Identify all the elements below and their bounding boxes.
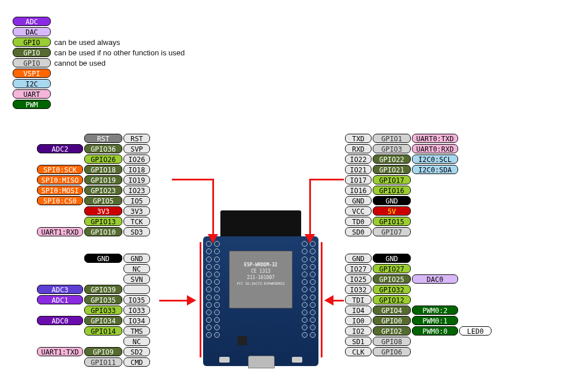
- pin-tag: IO32: [345, 285, 372, 294]
- legend-tag-2: GPIO: [13, 37, 51, 47]
- fn-tag: SPI0:SCK: [37, 165, 83, 174]
- pin-tag: IO34: [123, 316, 150, 325]
- fn-tag: SPI0:MISO: [37, 175, 83, 184]
- pin-tag: GND: [123, 254, 150, 263]
- gpio-tag: GND: [373, 196, 411, 205]
- fn-tag: ADC3: [37, 285, 83, 294]
- pin-tag: NC: [123, 264, 150, 273]
- pin-tag: SVP: [123, 144, 150, 153]
- gpio-tag: GPIO9: [84, 347, 122, 356]
- pin-tag: IO0: [345, 316, 372, 325]
- gpio-tag: GPIO5: [84, 196, 122, 205]
- arrow-bl-head: [187, 295, 196, 306]
- gpio-tag: GPIO22: [373, 154, 411, 164]
- arrow-br-head: [324, 295, 333, 306]
- arrow-tr-head: [305, 234, 315, 243]
- fn-tag: PWM0:1: [412, 316, 458, 325]
- gpio-tag: GPIO15: [373, 217, 411, 226]
- arrow-tr-stem-v: [309, 179, 311, 235]
- pin-tag: TCK: [123, 217, 150, 226]
- gpio-tag: 3V3: [84, 206, 122, 216]
- gpio-tag: GPIO4: [373, 306, 411, 315]
- gpio-tag: GPIO7: [373, 227, 411, 236]
- arrow-br-stem: [332, 300, 344, 301]
- arrow-tr-stem-h: [309, 179, 344, 180]
- pin-holes-r2: [301, 239, 308, 340]
- pin-tag: NC: [123, 337, 150, 346]
- pin-tag: GND: [345, 254, 372, 263]
- gpio-tag: 5V: [373, 206, 411, 216]
- legend-note-3: can be used if no other function is used: [54, 48, 185, 57]
- pin-tag: IO5: [123, 196, 150, 205]
- arrow-tl-stem-v: [212, 179, 214, 235]
- pin-column-top-right: TXDGPIO1UART0:TXDRXDGPIO3UART0:RXDIO22GP…: [345, 134, 459, 238]
- pin-tag: IO18: [123, 165, 150, 174]
- pin-tag: IO21: [345, 165, 372, 174]
- pin-column-bottom-left: GNDGNDNCSVNADC3GPIO39ADC1GPIO35IO35GPIO3…: [36, 254, 150, 368]
- chip-line-3: 211-161007: [230, 274, 292, 281]
- pin-tag: IO17: [345, 175, 372, 184]
- pin-tag: IO16: [345, 186, 372, 195]
- pin-tag: SVN: [123, 274, 150, 284]
- gpio-tag: GPIO35: [84, 295, 122, 304]
- fn2-tag: LED0: [459, 326, 492, 336]
- legend-tag-8: PWM: [13, 100, 51, 109]
- gpio-tag: GPIO18: [84, 165, 122, 174]
- gpio-tag: GPIO21: [373, 165, 411, 174]
- gpio-tag: GPIO34: [84, 316, 122, 325]
- legend-note-2: can be used always: [54, 38, 120, 47]
- pin-tag: SD1: [345, 337, 372, 346]
- chip-line-4: FCC ID:2AC7Z-ESPWROOM32: [230, 281, 292, 286]
- pin-tag: RXD: [345, 144, 372, 153]
- gpio-tag: GPIO0: [373, 316, 411, 325]
- chip-line-1: ESP-WROOM-32: [230, 262, 292, 268]
- pin-tag: [123, 285, 150, 294]
- fn-tag: ADC0: [37, 316, 83, 325]
- pin-tag: SD0: [345, 227, 372, 236]
- pin-holes-l1: [205, 239, 212, 340]
- legend-note-4: cannot be used: [54, 59, 106, 67]
- legend-tag-7: UART: [13, 89, 51, 99]
- smd-ic: [238, 336, 247, 345]
- fn-tag: UART0:RXD: [412, 144, 458, 153]
- board-illustration: ESP-WROOM-32 CE 1313 211-161007 FCC ID:2…: [203, 236, 318, 366]
- gpio-tag: GPIO17: [373, 175, 411, 184]
- pin-tag: IO23: [123, 186, 150, 195]
- gpio-tag: GPIO39: [84, 285, 122, 294]
- pin-tag: CMD: [123, 357, 150, 367]
- pin-tag: CLK: [345, 347, 372, 356]
- chip-line-2: CE 1313: [230, 268, 292, 274]
- gpio-tag: GND: [84, 254, 122, 263]
- pin-tag: IO19: [123, 175, 150, 184]
- legend-tag-1: DAC: [13, 27, 51, 36]
- gpio-tag: GPIO23: [84, 186, 122, 195]
- fn-tag: UART0:TXD: [412, 134, 458, 143]
- pin-column-bottom-right: GNDGNDIO27GPIO27IO25GPIO25DAC0IO32GPIO32…: [345, 254, 493, 357]
- pin-holes-l2: [213, 239, 220, 340]
- gpio-tag: GPIO26: [84, 154, 122, 164]
- button-right: [292, 357, 302, 363]
- fn-tag: PWM0:0: [412, 326, 458, 336]
- gpio-tag: GPIO10: [84, 227, 122, 236]
- gpio-tag: GPIO27: [373, 264, 411, 273]
- gpio-tag: GPIO36: [84, 144, 122, 153]
- pin-tag: IO35: [123, 295, 150, 304]
- fn-tag: ADC1: [37, 295, 83, 304]
- pin-tag: IO33: [123, 306, 150, 315]
- pin-tag: IO4: [345, 306, 372, 315]
- pin-tag: VCC: [345, 206, 372, 216]
- gpio-tag: GPIO3: [373, 144, 411, 153]
- fn-tag: I2C0:SDA: [412, 165, 458, 174]
- gpio-tag: GPIO14: [84, 326, 122, 336]
- fn-tag: UART1:TXD: [37, 347, 83, 356]
- pin-tag: RST: [123, 134, 150, 143]
- pin-tag: TD0: [345, 217, 372, 226]
- legend: ADCDACGPIOcan be used alwaysGPIOcan be u…: [13, 16, 185, 110]
- arrow-bl-stem: [159, 300, 188, 301]
- antenna: [220, 210, 301, 236]
- gpio-tag: RST: [84, 134, 122, 143]
- fn-tag: UART1:RXD: [37, 227, 83, 236]
- gpio-tag: GPIO8: [373, 337, 411, 346]
- pin-tag: TMS: [123, 326, 150, 336]
- gpio-tag: GND: [373, 254, 411, 263]
